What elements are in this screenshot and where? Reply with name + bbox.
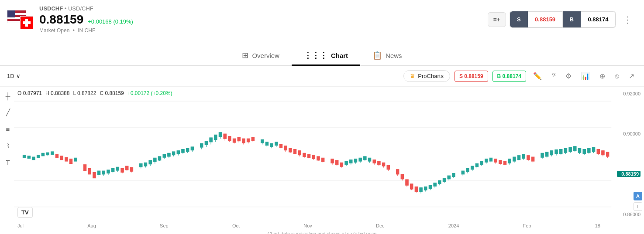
tab-chart[interactable]: ⋮⋮⋮ Chart <box>292 46 360 66</box>
y-label-current: 0.88159 <box>617 171 641 177</box>
svg-rect-108 <box>279 144 282 148</box>
svg-rect-34 <box>93 172 96 178</box>
svg-rect-174 <box>443 178 445 182</box>
svg-rect-62 <box>163 154 165 158</box>
sell-button[interactable]: S <box>510 11 528 27</box>
horizontal-line-tool[interactable]: ≡ <box>3 124 13 134</box>
filter-button[interactable]: ≡+ <box>488 12 506 27</box>
svg-rect-210 <box>531 157 534 161</box>
svg-rect-162 <box>415 187 417 192</box>
x-label-jul: Jul <box>17 223 24 228</box>
line-tool[interactable]: ╱ <box>3 107 13 118</box>
pencil-icon-button[interactable]: ✏️ <box>530 70 544 82</box>
svg-rect-46 <box>121 169 124 173</box>
svg-rect-124 <box>317 156 320 160</box>
tab-overview[interactable]: ⊞ Overview <box>230 46 292 66</box>
auto-scale-button[interactable]: A <box>634 192 642 200</box>
svg-rect-176 <box>448 176 450 179</box>
svg-rect-48 <box>126 166 128 170</box>
svg-rect-118 <box>303 153 306 157</box>
fibonacci-tool[interactable]: ⌇ <box>3 140 13 151</box>
ohlc-open: O 0.87971 <box>17 90 42 96</box>
svg-rect-66 <box>172 152 175 155</box>
y-label-1: 0.92000 <box>617 91 641 96</box>
sell-sm-button[interactable]: S 0.88159 <box>455 71 488 82</box>
svg-rect-80 <box>210 138 212 142</box>
svg-rect-166 <box>424 187 427 190</box>
svg-rect-60 <box>158 156 161 160</box>
buy-sm-button[interactable]: B 0.88174 <box>492 71 526 82</box>
svg-rect-138 <box>354 159 357 163</box>
svg-rect-78 <box>205 141 207 145</box>
indicator-icon-button[interactable]: 𝄢 <box>549 71 558 82</box>
svg-rect-94 <box>242 139 245 143</box>
expand-icon-button[interactable]: ↗ <box>626 70 637 82</box>
svg-rect-22 <box>60 156 63 160</box>
svg-rect-154 <box>396 170 399 174</box>
svg-rect-64 <box>168 153 170 156</box>
svg-rect-216 <box>550 151 553 155</box>
tab-news[interactable]: 📋 News <box>360 46 414 66</box>
svg-rect-76 <box>200 143 203 147</box>
crosshair-tool[interactable]: ┼ <box>3 91 13 101</box>
overview-icon: ⊞ <box>242 51 248 60</box>
svg-rect-126 <box>321 158 324 162</box>
tradingview-logo: TV <box>17 207 33 218</box>
ticker-info: USDCHF • USD/CHF 0.88159 +0.00168 (0.19%… <box>39 5 488 34</box>
x-label-dec: Dec <box>376 223 385 228</box>
svg-rect-170 <box>434 183 436 187</box>
svg-rect-98 <box>251 137 254 141</box>
svg-rect-82 <box>214 135 217 139</box>
svg-rect-186 <box>475 164 478 167</box>
timeframe-selector[interactable]: 1D ∨ <box>7 73 21 79</box>
svg-rect-198 <box>503 161 506 165</box>
svg-rect-146 <box>373 160 375 163</box>
symbol-text: USDCHF <box>39 5 63 12</box>
more-options-button[interactable]: ⋮ <box>620 11 635 28</box>
svg-rect-100 <box>261 139 263 143</box>
procharts-button[interactable]: ♛ ProCharts <box>403 70 450 82</box>
svg-rect-148 <box>378 161 380 165</box>
plus-icon-button[interactable]: ⊕ <box>597 70 608 82</box>
svg-rect-52 <box>140 164 142 167</box>
sell-price: 0.88159 <box>528 11 563 27</box>
svg-rect-104 <box>270 143 273 147</box>
text-tool[interactable]: T <box>3 157 13 167</box>
svg-rect-84 <box>219 132 221 137</box>
svg-rect-136 <box>350 160 352 163</box>
bars-icon-button[interactable]: 📊 <box>579 70 592 82</box>
svg-rect-168 <box>429 185 431 189</box>
svg-rect-182 <box>466 169 469 172</box>
buy-button[interactable]: B <box>563 11 581 27</box>
settings-icon-button[interactable]: ⚙ <box>563 70 574 82</box>
svg-rect-236 <box>597 149 599 153</box>
svg-rect-144 <box>368 158 371 161</box>
svg-rect-190 <box>485 159 488 163</box>
ohlc-info: O 0.87971 H 0.88388 L 0.87822 C 0.88159 … <box>17 90 172 96</box>
svg-rect-156 <box>401 174 403 179</box>
svg-rect-72 <box>186 148 189 152</box>
ticker-symbol: USDCHF • USD/CHF <box>39 5 488 12</box>
svg-rect-128 <box>331 159 334 163</box>
svg-rect-142 <box>364 156 366 160</box>
chart-container: ┼ ╱ ≡ ⌇ T O 0.87971 H 0.88388 L 0.87822 … <box>0 86 644 228</box>
log-scale-button[interactable]: L <box>634 202 642 211</box>
svg-rect-172 <box>438 180 441 184</box>
procharts-label: ProCharts <box>418 73 444 79</box>
header-actions: ≡+ S 0.88159 B 0.88174 ⋮ <box>488 11 635 28</box>
chart-toolbar-right: ♛ ProCharts S 0.88159 B 0.88174 ✏️ 𝄢 ⚙ 📊… <box>403 70 637 82</box>
share-icon-button[interactable]: ⎋ <box>612 71 622 82</box>
svg-rect-230 <box>583 149 585 153</box>
svg-rect-122 <box>312 155 315 159</box>
svg-rect-58 <box>154 158 156 162</box>
svg-rect-240 <box>606 152 609 156</box>
flag-chf <box>20 16 33 29</box>
svg-rect-8 <box>28 156 30 159</box>
tab-news-label: News <box>386 52 402 59</box>
ticker-meta: Market Open • IN CHF <box>39 27 488 34</box>
svg-rect-134 <box>345 161 348 165</box>
svg-rect-68 <box>177 151 179 154</box>
svg-rect-38 <box>102 171 105 174</box>
filter-icon: ≡+ <box>493 16 500 23</box>
svg-rect-208 <box>527 156 530 160</box>
